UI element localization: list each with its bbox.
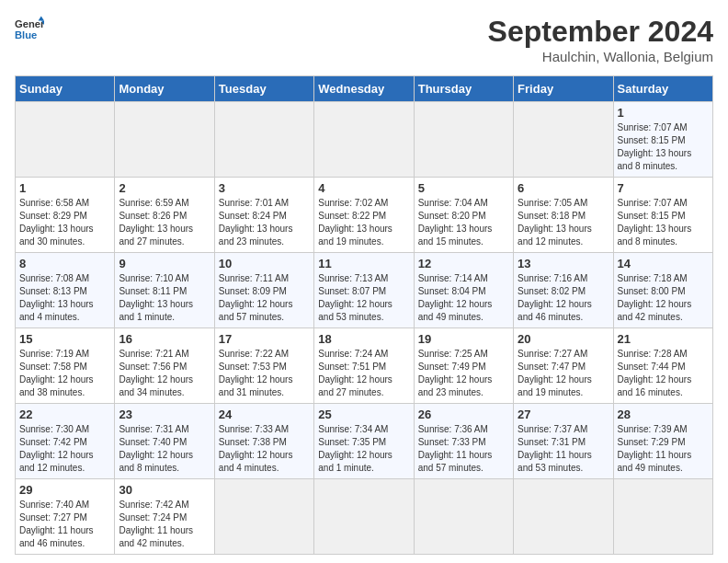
calendar-cell: 24Sunrise: 7:33 AMSunset: 7:38 PMDayligh…	[214, 404, 313, 479]
day-info: Sunrise: 7:18 AMSunset: 8:00 PMDaylight:…	[618, 272, 709, 324]
day-number: 22	[19, 408, 110, 421]
calendar-cell	[214, 102, 313, 178]
day-info: Sunrise: 7:27 AMSunset: 7:47 PMDaylight:…	[518, 348, 609, 399]
calendar-body: 1Sunrise: 7:07 AMSunset: 8:15 PMDaylight…	[16, 102, 713, 555]
day-number: 21	[618, 332, 709, 346]
day-info: Sunrise: 7:34 AMSunset: 7:35 PMDaylight:…	[318, 423, 409, 475]
day-info: Sunrise: 7:14 AMSunset: 8:04 PMDaylight:…	[418, 272, 509, 324]
calendar-cell: 29Sunrise: 7:40 AMSunset: 7:27 PMDayligh…	[16, 479, 115, 555]
day-info: Sunrise: 7:16 AMSunset: 8:02 PMDaylight:…	[518, 272, 609, 324]
day-info: Sunrise: 7:10 AMSunset: 8:11 PMDaylight:…	[119, 272, 210, 324]
day-number: 17	[219, 332, 310, 346]
location: Haulchin, Wallonia, Belgium	[488, 49, 713, 64]
day-number: 30	[119, 483, 210, 497]
day-info: Sunrise: 7:02 AMSunset: 8:22 PMDaylight:…	[318, 197, 409, 248]
calendar-cell: 4Sunrise: 7:02 AMSunset: 8:22 PMDaylight…	[314, 178, 414, 253]
calendar-cell	[514, 479, 613, 555]
calendar-cell: 9Sunrise: 7:10 AMSunset: 8:11 PMDaylight…	[115, 253, 214, 328]
day-number: 26	[418, 408, 509, 421]
calendar-cell: 12Sunrise: 7:14 AMSunset: 8:04 PMDayligh…	[414, 253, 513, 328]
day-info: Sunrise: 7:04 AMSunset: 8:20 PMDaylight:…	[418, 197, 509, 248]
calendar-cell: 30Sunrise: 7:42 AMSunset: 7:24 PMDayligh…	[115, 479, 214, 555]
day-info: Sunrise: 7:07 AMSunset: 8:15 PMDaylight:…	[618, 121, 709, 173]
calendar-cell: 3Sunrise: 7:01 AMSunset: 8:24 PMDaylight…	[214, 178, 313, 253]
calendar-cell: 25Sunrise: 7:34 AMSunset: 7:35 PMDayligh…	[314, 404, 414, 479]
logo-icon: General Blue	[15, 15, 44, 44]
calendar-cell	[414, 479, 513, 555]
day-header-monday: Monday	[115, 76, 214, 102]
day-number: 13	[518, 257, 609, 270]
day-info: Sunrise: 6:58 AMSunset: 8:29 PMDaylight:…	[19, 197, 110, 248]
calendar-cell	[115, 102, 214, 178]
calendar-week-0: 1Sunrise: 7:07 AMSunset: 8:15 PMDaylight…	[16, 102, 713, 178]
day-info: Sunrise: 7:36 AMSunset: 7:33 PMDaylight:…	[418, 423, 509, 475]
day-info: Sunrise: 7:05 AMSunset: 8:18 PMDaylight:…	[518, 197, 609, 248]
day-info: Sunrise: 7:39 AMSunset: 7:29 PMDaylight:…	[618, 423, 709, 475]
day-number: 14	[618, 257, 709, 270]
month-title: September 2024	[488, 15, 713, 49]
calendar-cell	[314, 479, 414, 555]
day-number: 8	[19, 257, 110, 270]
day-info: Sunrise: 7:42 AMSunset: 7:24 PMDaylight:…	[119, 499, 210, 550]
calendar-cell: 22Sunrise: 7:30 AMSunset: 7:42 PMDayligh…	[16, 404, 115, 479]
day-header-friday: Friday	[514, 76, 613, 102]
day-number: 1	[19, 181, 110, 195]
day-number: 2	[119, 181, 210, 195]
day-number: 6	[518, 181, 609, 195]
day-number: 27	[518, 408, 609, 421]
calendar-week-3: 15Sunrise: 7:19 AMSunset: 7:58 PMDayligh…	[16, 328, 713, 404]
day-header-wednesday: Wednesday	[314, 76, 414, 102]
calendar-cell: 8Sunrise: 7:08 AMSunset: 8:13 PMDaylight…	[16, 253, 115, 328]
calendar-cell	[414, 102, 513, 178]
calendar-cell: 13Sunrise: 7:16 AMSunset: 8:02 PMDayligh…	[514, 253, 613, 328]
day-info: Sunrise: 7:07 AMSunset: 8:15 PMDaylight:…	[618, 197, 709, 248]
day-info: Sunrise: 7:31 AMSunset: 7:40 PMDaylight:…	[119, 423, 210, 475]
calendar-cell: 23Sunrise: 7:31 AMSunset: 7:40 PMDayligh…	[115, 404, 214, 479]
day-number: 10	[219, 257, 310, 270]
day-number: 4	[318, 181, 409, 195]
calendar-cell: 27Sunrise: 7:37 AMSunset: 7:31 PMDayligh…	[514, 404, 613, 479]
calendar-cell: 18Sunrise: 7:24 AMSunset: 7:51 PMDayligh…	[314, 328, 414, 404]
day-number: 1	[618, 106, 709, 120]
calendar-week-2: 8Sunrise: 7:08 AMSunset: 8:13 PMDaylight…	[16, 253, 713, 328]
calendar-cell: 2Sunrise: 6:59 AMSunset: 8:26 PMDaylight…	[115, 178, 214, 253]
calendar-cell: 26Sunrise: 7:36 AMSunset: 7:33 PMDayligh…	[414, 404, 513, 479]
day-number: 16	[119, 332, 210, 346]
day-info: Sunrise: 7:01 AMSunset: 8:24 PMDaylight:…	[219, 197, 310, 248]
calendar-table: SundayMondayTuesdayWednesdayThursdayFrid…	[15, 75, 713, 555]
day-info: Sunrise: 7:11 AMSunset: 8:09 PMDaylight:…	[219, 272, 310, 324]
day-info: Sunrise: 7:22 AMSunset: 7:53 PMDaylight:…	[219, 348, 310, 399]
calendar-cell: 28Sunrise: 7:39 AMSunset: 7:29 PMDayligh…	[613, 404, 712, 479]
calendar-cell: 21Sunrise: 7:28 AMSunset: 7:44 PMDayligh…	[613, 328, 712, 404]
day-number: 11	[318, 257, 409, 270]
calendar-cell: 10Sunrise: 7:11 AMSunset: 8:09 PMDayligh…	[214, 253, 313, 328]
calendar-cell: 6Sunrise: 7:05 AMSunset: 8:18 PMDaylight…	[514, 178, 613, 253]
calendar-cell: 5Sunrise: 7:04 AMSunset: 8:20 PMDaylight…	[414, 178, 513, 253]
calendar-cell	[214, 479, 313, 555]
day-number: 19	[418, 332, 509, 346]
calendar-cell: 19Sunrise: 7:25 AMSunset: 7:49 PMDayligh…	[414, 328, 513, 404]
day-info: Sunrise: 6:59 AMSunset: 8:26 PMDaylight:…	[119, 197, 210, 248]
day-header-saturday: Saturday	[613, 76, 712, 102]
calendar-cell	[16, 102, 115, 178]
calendar-cell: 17Sunrise: 7:22 AMSunset: 7:53 PMDayligh…	[214, 328, 313, 404]
day-number: 28	[618, 408, 709, 421]
calendar-cell: 11Sunrise: 7:13 AMSunset: 8:07 PMDayligh…	[314, 253, 414, 328]
day-number: 5	[418, 181, 509, 195]
day-number: 15	[19, 332, 110, 346]
svg-text:Blue: Blue	[15, 29, 37, 40]
day-number: 29	[19, 483, 110, 497]
day-info: Sunrise: 7:33 AMSunset: 7:38 PMDaylight:…	[219, 423, 310, 475]
calendar-header-row: SundayMondayTuesdayWednesdayThursdayFrid…	[16, 76, 713, 102]
day-info: Sunrise: 7:25 AMSunset: 7:49 PMDaylight:…	[418, 348, 509, 399]
day-number: 20	[518, 332, 609, 346]
day-header-sunday: Sunday	[16, 76, 115, 102]
day-info: Sunrise: 7:24 AMSunset: 7:51 PMDaylight:…	[318, 348, 409, 399]
day-number: 9	[119, 257, 210, 270]
day-header-thursday: Thursday	[414, 76, 513, 102]
calendar-cell: 20Sunrise: 7:27 AMSunset: 7:47 PMDayligh…	[514, 328, 613, 404]
day-info: Sunrise: 7:30 AMSunset: 7:42 PMDaylight:…	[19, 423, 110, 475]
calendar-cell: 1Sunrise: 6:58 AMSunset: 8:29 PMDaylight…	[16, 178, 115, 253]
day-number: 23	[119, 408, 210, 421]
day-info: Sunrise: 7:37 AMSunset: 7:31 PMDaylight:…	[518, 423, 609, 475]
